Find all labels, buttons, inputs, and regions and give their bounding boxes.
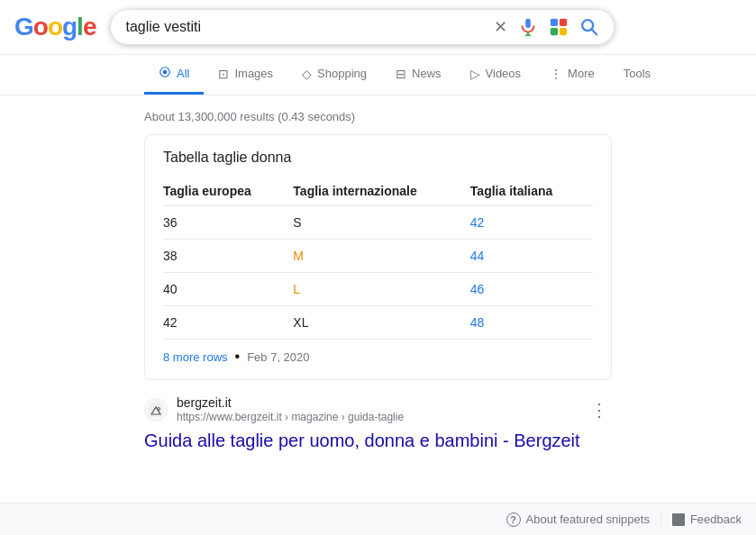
feedback-label: Feedback — [690, 512, 742, 526]
google-logo: Google — [14, 13, 96, 41]
help-label: About featured snippets — [526, 512, 650, 526]
svg-rect-6 — [560, 28, 567, 35]
feedback-icon — [672, 513, 685, 526]
search-input[interactable] — [125, 19, 487, 35]
ita-size: 42 — [470, 206, 593, 240]
tab-more-label: More — [568, 67, 595, 80]
table-row: 36 S 42 — [163, 206, 593, 240]
svg-rect-4 — [560, 19, 567, 26]
svg-rect-3 — [551, 19, 558, 26]
tab-all[interactable]: All — [144, 55, 204, 95]
news-icon: ⊟ — [396, 67, 406, 81]
col-header-ita: Taglia italiana — [470, 177, 593, 206]
result-item: bergzeit.it https://www.bergzeit.it › ma… — [144, 394, 612, 452]
table-row: 40 L 46 — [163, 273, 593, 306]
tools-button[interactable]: Tools — [609, 56, 665, 94]
tab-shopping[interactable]: ◇ Shopping — [287, 56, 381, 95]
results-stats: About 13,300,000 results (0.43 seconds) — [144, 103, 612, 134]
snippet-title: Tabella taglie donna — [163, 150, 593, 166]
svg-rect-0 — [526, 19, 532, 28]
image-search-button[interactable] — [549, 17, 569, 37]
svg-point-10 — [163, 70, 168, 75]
tab-images-label: Images — [234, 67, 273, 80]
ita-size: 46 — [470, 273, 593, 306]
eu-size: 42 — [163, 306, 293, 340]
svg-rect-11 — [149, 403, 163, 417]
source-name: bergzeit.it — [177, 394, 404, 411]
all-icon — [159, 66, 171, 81]
tab-videos[interactable]: ▷ Videos — [456, 56, 536, 95]
footer-divider — [660, 512, 661, 527]
featured-snippet: Tabella taglie donna Taglia europea Tagl… — [144, 134, 612, 380]
result-more-button[interactable]: ⋮ — [587, 395, 612, 424]
source-info: bergzeit.it https://www.bergzeit.it › ma… — [177, 394, 404, 425]
tab-all-label: All — [177, 67, 189, 80]
more-rows-link[interactable]: 8 more rows — [163, 350, 228, 364]
favicon — [144, 398, 168, 422]
feedback-button[interactable]: Feedback — [672, 512, 742, 526]
tab-news[interactable]: ⊟ News — [381, 56, 456, 95]
intl-size: XL — [293, 306, 469, 340]
results-area: About 13,300,000 results (0.43 seconds) … — [0, 95, 756, 467]
svg-line-8 — [592, 30, 597, 35]
source-url: https://www.bergzeit.it › magazine › gui… — [177, 411, 404, 425]
col-header-intl: Taglia internazionale — [293, 177, 469, 206]
voice-search-button[interactable] — [518, 17, 538, 37]
footer-bar: ? About featured snippets Feedback — [0, 503, 756, 535]
svg-rect-5 — [551, 28, 558, 35]
search-bar: ✕ — [110, 9, 615, 45]
intl-size: L — [293, 273, 469, 306]
more-icon: ⋮ — [550, 67, 562, 81]
clear-button[interactable]: ✕ — [494, 17, 507, 37]
tab-images[interactable]: ⊡ Images — [204, 56, 287, 95]
ita-size: 48 — [470, 306, 593, 340]
result-source: bergzeit.it https://www.bergzeit.it › ma… — [144, 394, 612, 425]
bullet: • — [235, 349, 241, 365]
search-icons: ✕ — [494, 17, 599, 37]
table-row: 42 XL 48 — [163, 306, 593, 340]
size-table: Taglia europea Taglia internazionale Tag… — [163, 177, 593, 340]
table-row: 38 M 44 — [163, 240, 593, 273]
tab-more[interactable]: ⋮ More — [535, 56, 609, 95]
result-title[interactable]: Guida alle taglie per uomo, donna e bamb… — [144, 431, 580, 450]
svg-rect-14 — [672, 513, 685, 526]
featured-snippets-help[interactable]: ? About featured snippets — [506, 512, 650, 527]
nav-tabs: All ⊡ Images ◇ Shopping ⊟ News ▷ Videos … — [0, 55, 756, 95]
tab-news-label: News — [412, 67, 442, 80]
eu-size: 40 — [163, 273, 293, 306]
tab-shopping-label: Shopping — [317, 67, 367, 80]
col-header-eu: Taglia europea — [163, 177, 293, 206]
shopping-icon: ◇ — [302, 67, 312, 81]
images-icon: ⊡ — [218, 67, 229, 81]
intl-size: M — [293, 240, 469, 273]
tab-videos-label: Videos — [486, 67, 522, 80]
header: Google ✕ — [0, 0, 756, 55]
more-rows-line: 8 more rows • Feb 7, 2020 — [163, 349, 593, 365]
videos-icon: ▷ — [470, 67, 480, 81]
ita-size: 44 — [470, 240, 593, 273]
snippet-date: Feb 7, 2020 — [247, 350, 309, 364]
eu-size: 38 — [163, 240, 293, 273]
eu-size: 36 — [163, 206, 293, 240]
intl-size: S — [293, 206, 469, 240]
search-button[interactable] — [579, 17, 599, 37]
help-icon: ? — [506, 512, 521, 527]
